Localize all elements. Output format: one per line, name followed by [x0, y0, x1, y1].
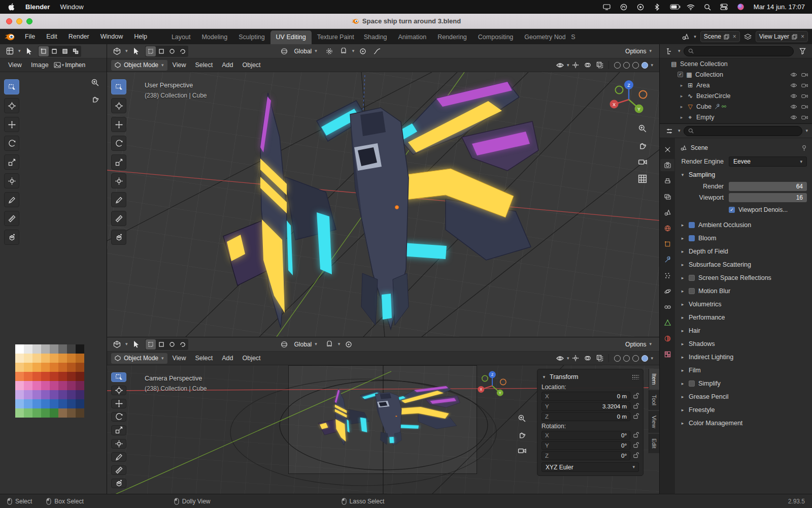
- expand-arrow-icon[interactable]: ▸: [679, 115, 684, 120]
- rotate-tool-button[interactable]: [111, 136, 126, 151]
- editor-type-button[interactable]: [4, 46, 15, 57]
- tab-world-properties[interactable]: [660, 222, 674, 234]
- properties-section-row[interactable]: ▸ Freestyle: [680, 403, 807, 417]
- location-value-field[interactable]: Z 0 m: [542, 412, 630, 421]
- editor-type-chevron-icon[interactable]: ▾: [125, 49, 128, 53]
- shading-material-button[interactable]: [632, 355, 639, 362]
- lasso-select-mode-button[interactable]: [178, 339, 188, 350]
- palette-swatch[interactable]: [24, 344, 32, 354]
- editor-type-button[interactable]: [111, 339, 122, 350]
- palette-swatch[interactable]: [58, 363, 67, 372]
- blender-logo-icon[interactable]: [4, 32, 15, 41]
- palette-swatch[interactable]: [50, 344, 58, 354]
- properties-section-row[interactable]: ▸ Simplify: [680, 377, 807, 390]
- shading-solid-button[interactable]: [623, 62, 630, 69]
- cursor-tool-button[interactable]: [111, 98, 126, 113]
- unlink-scene-icon[interactable]: ×: [733, 33, 736, 40]
- measure-tool-button[interactable]: [111, 211, 126, 226]
- scene-selector[interactable]: Scene ×: [700, 31, 740, 42]
- outliner-row[interactable]: ▸ ✓ ▤ Scene Collection: [660, 58, 812, 69]
- properties-search-input[interactable]: [684, 126, 803, 136]
- tab-particle-properties[interactable]: [660, 269, 674, 281]
- palette-swatch[interactable]: [58, 390, 67, 399]
- palette-swatch[interactable]: [15, 390, 24, 399]
- lock-icon[interactable]: [633, 402, 639, 410]
- workspace-tab[interactable]: Shading: [358, 30, 393, 44]
- properties-section-row[interactable]: ▸ Motion Blur: [680, 284, 807, 298]
- viewport-menu-item[interactable]: View: [168, 60, 190, 70]
- magnet-snap-button[interactable]: [324, 339, 335, 350]
- uv-menu-item[interactable]: View: [4, 60, 26, 70]
- denoise-checkbox[interactable]: ✓: [729, 207, 735, 213]
- properties-section-row[interactable]: ▸ Color Management: [680, 417, 807, 430]
- section-checkbox[interactable]: [689, 380, 695, 387]
- location-value-field[interactable]: Y 3.3204 m: [542, 402, 630, 411]
- outliner-item-label[interactable]: Area: [696, 82, 709, 89]
- measure-tool-button[interactable]: [111, 465, 126, 475]
- outliner-item-label[interactable]: Collection: [695, 71, 723, 78]
- camera-view-icon[interactable]: [638, 157, 647, 168]
- palette-swatch[interactable]: [76, 408, 84, 418]
- visibility-chevron-icon[interactable]: ▾: [567, 63, 569, 68]
- palette-swatch[interactable]: [76, 372, 84, 381]
- palette-swatch[interactable]: [50, 363, 58, 372]
- transform-orientation-dropdown[interactable]: Global▾: [291, 46, 321, 56]
- annotate-tool-button[interactable]: [4, 192, 19, 207]
- palette-swatch[interactable]: [50, 390, 58, 399]
- uv-select-island-button[interactable]: [71, 46, 81, 56]
- add-cube-tool-button[interactable]: [111, 230, 126, 245]
- tab-object-properties[interactable]: [660, 238, 674, 250]
- viewport-menu-item[interactable]: Add: [218, 353, 237, 363]
- show-gizmo-button[interactable]: [570, 59, 581, 71]
- properties-section-row[interactable]: ▸ Bloom: [680, 232, 807, 245]
- properties-section-row[interactable]: ▸ Screen Space Reflections: [680, 271, 807, 284]
- palette-swatch[interactable]: [24, 408, 32, 418]
- palette-swatch[interactable]: [15, 399, 24, 408]
- palette-swatch[interactable]: [76, 344, 84, 354]
- options-dropdown[interactable]: Options▾: [622, 339, 655, 350]
- palette-swatch[interactable]: [67, 363, 76, 372]
- palette-swatch[interactable]: [58, 372, 67, 381]
- workspace-tab[interactable]: S: [565, 30, 581, 44]
- select-box-tool-button[interactable]: [111, 79, 126, 94]
- palette-swatch[interactable]: [15, 372, 24, 381]
- visibility-chevron-icon[interactable]: ▾: [567, 356, 569, 361]
- sampling-value-field[interactable]: 16: [729, 193, 807, 202]
- uv-menu-item[interactable]: Image: [27, 60, 53, 70]
- zoom-icon[interactable]: [91, 78, 99, 88]
- shading-solid-button[interactable]: [623, 355, 630, 362]
- zoom-window-button[interactable]: [26, 18, 32, 24]
- rotate-tool-button[interactable]: [4, 136, 19, 151]
- viewport-menu-item[interactable]: Object: [238, 60, 264, 70]
- navigation-gizmo[interactable]: [478, 370, 507, 400]
- cursor-tool-button[interactable]: [4, 98, 19, 113]
- palette-swatch[interactable]: [76, 354, 84, 363]
- palette-swatch[interactable]: [50, 381, 58, 390]
- viewport-menu-item[interactable]: View: [168, 353, 190, 363]
- minimize-window-button[interactable]: [16, 18, 22, 24]
- options-dropdown[interactable]: Options▾: [622, 46, 655, 56]
- lock-icon[interactable]: [633, 412, 639, 421]
- hide-eye-icon[interactable]: [790, 72, 797, 77]
- viewport-menu-item[interactable]: Select: [191, 353, 217, 363]
- properties-section-row[interactable]: ▸ Film: [680, 364, 807, 377]
- hide-eye-icon[interactable]: [790, 83, 797, 88]
- palette-swatch[interactable]: [67, 372, 76, 381]
- add-cube-tool-button[interactable]: [4, 230, 19, 245]
- palette-swatch[interactable]: [15, 354, 24, 363]
- section-collapsed-icon[interactable]: ▸: [680, 368, 685, 373]
- tab-scene-properties[interactable]: [660, 206, 674, 218]
- apple-menu-icon[interactable]: [7, 3, 15, 11]
- palette-swatch[interactable]: [58, 399, 67, 408]
- pan-hand-icon[interactable]: [91, 94, 99, 105]
- editor-type-chevron-icon[interactable]: ▾: [18, 49, 21, 53]
- section-collapsed-icon[interactable]: ▸: [680, 302, 685, 307]
- sidebar-tab[interactable]: Item: [649, 369, 659, 389]
- palette-swatch[interactable]: [50, 372, 58, 381]
- mode-dropdown[interactable]: Object Mode▾: [111, 60, 167, 71]
- editor-type-chevron-icon[interactable]: ▾: [678, 129, 681, 133]
- render-engine-dropdown[interactable]: Eevee ▾: [729, 156, 807, 167]
- viewport-menu-item[interactable]: Object: [238, 353, 264, 363]
- palette-swatch[interactable]: [32, 363, 41, 372]
- expand-arrow-icon[interactable]: ▸: [679, 93, 684, 99]
